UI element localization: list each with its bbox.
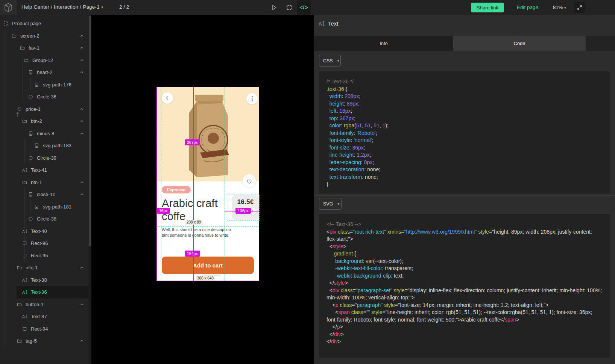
zoom-control[interactable]: 81% ▾ <box>553 5 566 10</box>
tree-item-rect-94[interactable]: Rect-94 <box>0 323 89 334</box>
collapse-chevron-icon[interactable] <box>80 33 84 39</box>
dots-vertical-icon <box>252 96 253 97</box>
fullscreen-button[interactable] <box>574 2 585 13</box>
svg-code-block: <!-- Text-36 --><div class="root rich-te… <box>319 214 610 358</box>
tree-item-fav-1[interactable]: fav-1 <box>0 42 89 53</box>
tree-connector-line <box>30 200 30 211</box>
svg-text:A: A <box>22 229 25 233</box>
heart-icon <box>246 178 252 184</box>
collapse-chevron-icon[interactable] <box>80 119 84 124</box>
layer-label: price-1 <box>26 106 41 112</box>
tree-item-circle-36[interactable]: Circle-36 <box>0 91 89 102</box>
tree-item-btn-2[interactable]: btn-2 <box>0 116 89 127</box>
tree-item-svg-path-183[interactable]: svg-path-183 <box>0 140 89 151</box>
edit-page-link[interactable]: Edit page <box>517 5 538 10</box>
collapse-chevron-icon[interactable] <box>80 265 84 271</box>
comments-button[interactable] <box>282 0 296 15</box>
sidebar-scrollbar-thumb[interactable] <box>89 16 91 246</box>
product-image-section <box>157 87 259 181</box>
collapse-chevron-icon[interactable] <box>80 192 84 198</box>
collapse-chevron-icon[interactable] <box>80 45 84 51</box>
layer-label: svg-path-183 <box>43 143 71 148</box>
tree-item-product page[interactable]: Product page <box>0 18 89 29</box>
tree-item-info-1[interactable]: info-1 <box>0 262 89 273</box>
text-icon: A <box>22 277 27 283</box>
tab-info[interactable]: Info <box>314 36 453 51</box>
section-divider <box>314 195 615 196</box>
tree-item-text-36[interactable]: AText-36 <box>0 287 89 298</box>
collapse-chevron-icon[interactable] <box>80 131 84 137</box>
more-options-button[interactable] <box>246 93 258 104</box>
canvas[interactable]: Expresso Arabic craftcoffe Well, this sh… <box>91 15 314 364</box>
play-button[interactable] <box>267 0 281 15</box>
tree-item-circle-38[interactable]: Circle-38 <box>0 213 89 224</box>
tree-connector-line <box>30 151 30 163</box>
collapse-chevron-icon[interactable] <box>80 70 84 76</box>
tree-connector-line <box>19 273 19 297</box>
rect-icon <box>22 326 27 332</box>
top-bar: Help Center / Interaction / Page-1▾ 2 / … <box>0 0 615 15</box>
product-screen[interactable]: Expresso Arabic craftcoffe Well, this sh… <box>157 87 259 281</box>
tab-code[interactable]: Code <box>453 36 586 51</box>
logo-cube-icon <box>3 2 13 13</box>
tree-item-rect-96[interactable]: Rect-96 <box>0 238 89 249</box>
folder-icon <box>11 33 17 39</box>
rect-icon <box>22 253 27 258</box>
layer-label: Rect-96 <box>31 240 48 246</box>
tree-item-svg-path-176[interactable]: svg-path-176 <box>0 79 89 90</box>
back-button[interactable] <box>162 92 173 104</box>
tree-item-text-41[interactable]: AText-41 <box>0 165 89 175</box>
tree-item-group-12[interactable]: Group-12 <box>0 55 89 66</box>
tree-connector-line <box>24 139 24 163</box>
tree-item-rect-95[interactable]: Rect-95 <box>0 250 89 261</box>
screen-size-label: 360 x 640 <box>195 276 216 281</box>
collapse-chevron-icon[interactable] <box>80 338 84 344</box>
collapse-chevron-icon[interactable] <box>80 58 84 63</box>
code-mode-button[interactable]: </> <box>297 0 311 15</box>
tree-item-close-10[interactable]: close-10 <box>0 189 89 200</box>
frame-icon <box>3 21 9 26</box>
layer-label: Circle-39 <box>37 155 56 161</box>
text-icon: A <box>22 289 27 295</box>
chevron-down-icon: ▾ <box>564 5 566 10</box>
tree-item-text-37[interactable]: AText-37 <box>0 311 89 322</box>
inspector-panel: A Text Info Code CSS▾ /* Text-36 */.text… <box>314 15 615 364</box>
app-logo[interactable] <box>0 0 17 15</box>
tree-item-minus-8[interactable]: minus-8 <box>0 128 89 139</box>
share-link-button[interactable]: Share link <box>471 3 504 12</box>
svg-language-dropdown[interactable]: SVG▾ <box>319 198 342 210</box>
tree-item-heart-2[interactable]: heart-2 <box>0 67 89 78</box>
tree-item-tag-5[interactable]: tag-5 <box>0 335 89 346</box>
tree-item-price-1[interactable]: price-1 <box>0 104 89 115</box>
svg-text:A: A <box>22 290 25 295</box>
tree-item-button-1[interactable]: button-1 <box>0 299 89 310</box>
collapse-chevron-icon[interactable] <box>80 180 84 186</box>
css-language-dropdown[interactable]: CSS▾ <box>319 55 341 66</box>
file-icon <box>34 82 39 88</box>
add-to-cart-button[interactable]: Add to cart <box>162 257 254 274</box>
layer-label: screen-2 <box>20 33 39 39</box>
tree-item-svg-path-181[interactable]: svg-path-181 <box>0 201 89 212</box>
favorite-button[interactable] <box>243 174 256 187</box>
layer-label: Text-37 <box>31 314 47 319</box>
breadcrumb[interactable]: Help Center / Interaction / Page-1▾ <box>21 4 103 10</box>
tree-item-screen-2[interactable]: screen-2 <box>0 30 89 41</box>
layer-label: Text-36 <box>31 289 47 295</box>
folder-icon <box>22 118 27 124</box>
tree-item-text-38[interactable]: AText-38 <box>0 275 89 285</box>
layer-label: svg-path-176 <box>43 82 71 88</box>
tree-item-btn-1[interactable]: btn-1 <box>0 177 89 188</box>
tree-item-text-40[interactable]: AText-40 <box>0 226 89 237</box>
collapse-chevron-icon[interactable] <box>80 107 84 112</box>
product-tag[interactable]: Expresso <box>162 186 191 193</box>
chat-bubble-icon <box>286 4 293 11</box>
tree-item-circle-39[interactable]: Circle-39 <box>0 153 89 163</box>
layer-label: Text-40 <box>31 228 47 234</box>
collapse-chevron-icon[interactable] <box>80 302 84 308</box>
svg-text:A: A <box>319 21 322 27</box>
chevron-left-icon <box>165 96 170 100</box>
folder-icon <box>17 265 22 270</box>
layers-panel: Product pagescreen-2fav-1Group-12heart-2… <box>0 15 91 364</box>
chevron-down-icon: ▾ <box>337 202 339 206</box>
title-size-label: 208 x 89 <box>185 220 203 225</box>
